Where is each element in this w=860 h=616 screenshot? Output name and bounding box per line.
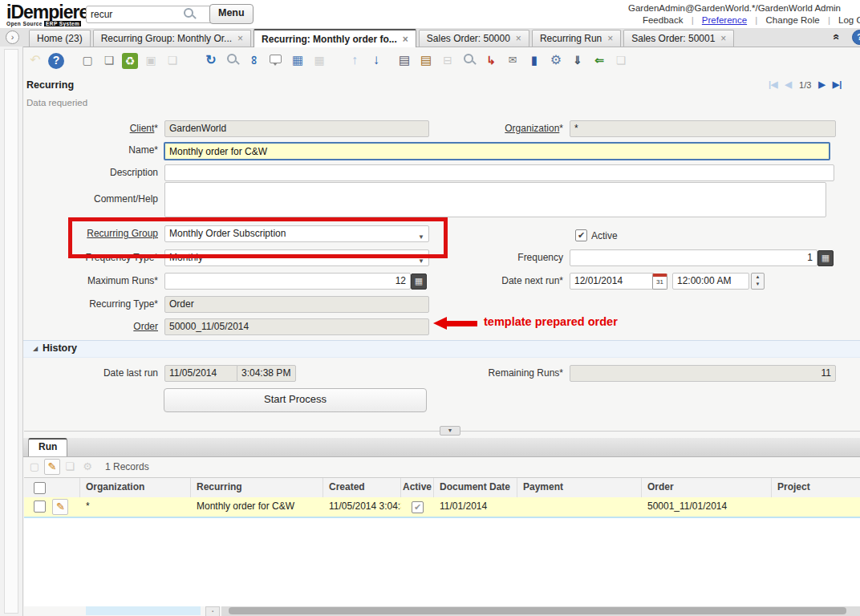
- name-field[interactable]: [164, 142, 830, 160]
- ignore-changes-icon[interactable]: ↶: [26, 51, 44, 69]
- previous-record-icon[interactable]: ◀: [785, 79, 792, 90]
- help-icon[interactable]: ?: [852, 30, 860, 45]
- time-spinner[interactable]: ▲ ▼: [751, 273, 765, 290]
- row-checkbox[interactable]: [34, 500, 46, 513]
- tab-recurring-group[interactable]: Recurring Group: Monthly Or... ×: [93, 30, 251, 47]
- recurring-type-label: Recurring Type*: [24, 296, 158, 312]
- calculator-icon[interactable]: ▦: [817, 250, 834, 266]
- tab-recurring-run[interactable]: Recurring Run ×: [532, 30, 621, 47]
- print-icon[interactable]: ⊟: [439, 51, 456, 69]
- calendar-icon[interactable]: ▦: [310, 51, 328, 69]
- logout-link[interactable]: Log Out: [838, 15, 860, 25]
- close-icon[interactable]: ×: [237, 34, 243, 43]
- preference-link[interactable]: Preference: [702, 15, 747, 25]
- splitter-handle[interactable]: ▼: [440, 426, 460, 436]
- column-document-date[interactable]: Document Date: [434, 478, 517, 497]
- spinner-up-icon[interactable]: ▲: [752, 274, 764, 281]
- column-project[interactable]: Project: [772, 478, 860, 497]
- column-organization[interactable]: Organization: [80, 478, 191, 497]
- last-record-icon[interactable]: ▶|: [833, 79, 842, 90]
- column-created[interactable]: Created: [323, 478, 401, 497]
- select-all-checkbox[interactable]: [34, 482, 46, 494]
- idempiere-window: iDempiere Open Source ERP System Menu Ga…: [0, 0, 860, 616]
- attachment-icon[interactable]: ∞: [245, 51, 263, 69]
- zoom-across-icon[interactable]: [460, 51, 478, 69]
- tab-sales-order-50001[interactable]: Sales Order: 50001 ×: [623, 30, 734, 47]
- table-row[interactable]: ✎ * Monthly order for C&W 11/05/2014 3:0…: [24, 497, 860, 518]
- search-icon[interactable]: [181, 6, 197, 22]
- name-label: Name*: [24, 142, 158, 158]
- find-icon[interactable]: [224, 51, 241, 69]
- description-field[interactable]: [164, 164, 834, 181]
- sidebar-expand-icon[interactable]: ›: [6, 30, 19, 44]
- spinner-down-icon[interactable]: ▼: [752, 281, 764, 288]
- column-active[interactable]: Active: [401, 478, 434, 497]
- bottom-panel-strip: [86, 606, 201, 615]
- scrollbar-thumb[interactable]: [229, 607, 846, 614]
- next-record-icon[interactable]: ▶: [818, 79, 825, 90]
- run-toolbar: ▢ ✎ ❏ ⚙ 1 Records: [26, 459, 149, 475]
- process-row-icon[interactable]: ⚙: [79, 459, 95, 475]
- time-next-run-field[interactable]: 12:00:00 AM: [672, 273, 749, 290]
- archive-icon[interactable]: ▤: [417, 51, 435, 69]
- parent-record-icon[interactable]: ↑: [346, 51, 363, 69]
- close-icon[interactable]: ×: [607, 34, 613, 43]
- close-icon[interactable]: ×: [516, 34, 521, 43]
- comment-help-field[interactable]: [164, 182, 826, 217]
- global-search-input[interactable]: [86, 6, 218, 23]
- copy-record-icon[interactable]: ❏: [100, 51, 118, 69]
- delete-row-icon[interactable]: ❏: [62, 459, 78, 475]
- toggle-grid-icon[interactable]: ▦: [289, 51, 306, 69]
- change-role-link[interactable]: Change Role: [766, 15, 820, 25]
- close-icon[interactable]: ×: [403, 35, 408, 43]
- new-record-icon[interactable]: ▢: [79, 51, 96, 69]
- annotation-highlight-box: [68, 217, 448, 258]
- close-icon[interactable]: ×: [720, 34, 726, 43]
- edit-row-icon[interactable]: ✎: [52, 499, 68, 515]
- product-info-icon[interactable]: ▮: [525, 51, 543, 69]
- scroll-collapse-handle[interactable]: ▪: [205, 606, 220, 616]
- new-row-icon[interactable]: ▢: [26, 459, 43, 475]
- menu-button[interactable]: Menu: [209, 4, 254, 24]
- edit-row-icon[interactable]: ✎: [44, 459, 60, 475]
- start-process-button[interactable]: Start Process: [164, 388, 427, 412]
- postit-icon[interactable]: ❏: [612, 51, 630, 69]
- tab-recurring[interactable]: Recurring: Monthly order fo... ×: [254, 29, 416, 47]
- column-order[interactable]: Order: [642, 478, 772, 497]
- export-icon[interactable]: ⇓: [569, 51, 586, 69]
- file-import-icon[interactable]: ⇐: [590, 51, 608, 69]
- workflow-icon[interactable]: ↳: [482, 51, 500, 69]
- collapse-triangle-icon[interactable]: ◢: [33, 345, 38, 352]
- help-icon[interactable]: ?: [48, 53, 64, 69]
- save-create-icon[interactable]: ❏: [164, 51, 181, 69]
- maximum-runs-field[interactable]: 12: [164, 273, 411, 290]
- report-icon[interactable]: ▤: [396, 51, 413, 69]
- requests-icon[interactable]: ✉: [504, 51, 521, 69]
- tab-home[interactable]: Home (23): [29, 30, 91, 47]
- column-recurring[interactable]: Recurring: [191, 478, 323, 497]
- first-record-icon[interactable]: |◀: [769, 79, 778, 90]
- chat-icon[interactable]: [267, 51, 285, 69]
- active-checkbox[interactable]: ✔: [575, 229, 587, 241]
- column-payment[interactable]: Payment: [517, 478, 642, 497]
- order-label[interactable]: Order: [24, 318, 158, 334]
- save-icon[interactable]: ▣: [142, 51, 160, 69]
- tab-sales-order-50000[interactable]: Sales Order: 50000 ×: [419, 30, 529, 47]
- history-section-header[interactable]: [23, 340, 860, 358]
- tab-run[interactable]: Run: [28, 438, 67, 456]
- detail-record-icon[interactable]: ↓: [367, 51, 385, 69]
- horizontal-scrollbar[interactable]: [221, 606, 860, 616]
- process-icon[interactable]: ⚙: [547, 51, 565, 69]
- calculator-icon[interactable]: ▦: [411, 274, 427, 290]
- date-next-run-field[interactable]: 12/01/2014: [570, 273, 655, 290]
- client-label[interactable]: Client*: [24, 120, 158, 136]
- requery-icon[interactable]: ↻: [202, 51, 220, 69]
- organization-label[interactable]: Organization*: [433, 120, 563, 136]
- delete-record-icon[interactable]: ♻: [122, 53, 138, 69]
- collapse-header-icon[interactable]: »: [829, 34, 842, 40]
- cell-document-date: 11/01/2014: [434, 497, 517, 517]
- frequency-field[interactable]: 1: [570, 249, 817, 266]
- feedback-link[interactable]: Feedback: [643, 15, 684, 25]
- calendar-icon[interactable]: 31: [652, 274, 667, 290]
- left-sidebar-collapsed[interactable]: [0, 47, 23, 616]
